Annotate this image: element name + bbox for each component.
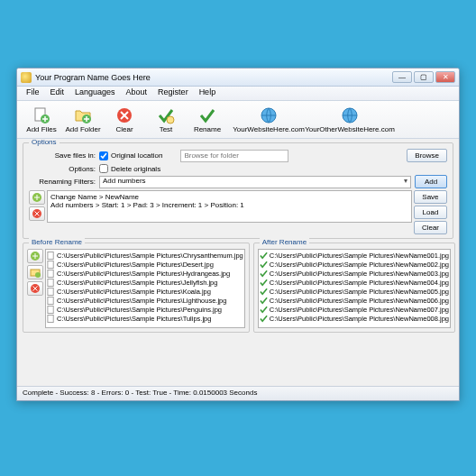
menu-register[interactable]: Register xyxy=(152,87,194,100)
maximize-button[interactable]: ▢ xyxy=(414,71,434,83)
list-item[interactable]: C:\Users\Public\Pictures\Sample Pictures… xyxy=(47,260,243,269)
menu-edit[interactable]: Edit xyxy=(45,87,70,100)
menu-about[interactable]: About xyxy=(121,87,153,100)
list-item[interactable]: C:\Users\Public\Pictures\Sample Pictures… xyxy=(260,260,449,269)
check-icon xyxy=(260,315,268,323)
file-icon xyxy=(47,315,55,323)
before-add-button[interactable] xyxy=(27,249,43,263)
list-item[interactable]: C:\Users\Public\Pictures\Sample Pictures… xyxy=(47,269,243,278)
clear-icon xyxy=(115,106,133,124)
browse-button[interactable]: Browse xyxy=(407,149,447,162)
svg-rect-17 xyxy=(48,288,53,295)
options-group: Options Save files in: Original location… xyxy=(23,142,453,239)
renaming-filters-label: Renaming Filters: xyxy=(29,178,99,186)
svg-rect-13 xyxy=(48,252,53,259)
add-files-icon xyxy=(32,106,50,124)
list-item[interactable]: C:\Users\Public\Pictures\Sample Pictures… xyxy=(260,278,449,287)
list-item[interactable]: C:\Users\Public\Pictures\Sample Pictures… xyxy=(260,314,449,323)
list-item[interactable]: C:\Users\Public\Pictures\Sample Pictures… xyxy=(47,251,243,260)
after-list[interactable]: C:\Users\Public\Pictures\Sample Pictures… xyxy=(258,249,451,328)
status-text: Complete - Success: 8 - Errors: 0 - Test… xyxy=(23,389,257,397)
menubar: File Edit Languages About Register Help xyxy=(17,87,459,101)
add-filter-button[interactable]: Add xyxy=(415,175,447,188)
before-rename-pane: Before Rename C:\Users\Public\Pictures\S… xyxy=(23,243,250,333)
before-title: Before Rename xyxy=(29,238,85,246)
window-title: Your Program Name Goes Here xyxy=(35,73,392,82)
add-folder-button[interactable]: Add Folder xyxy=(62,103,104,136)
plus-icon xyxy=(32,192,42,203)
test-button[interactable]: Test xyxy=(145,103,187,136)
minimize-button[interactable]: — xyxy=(392,71,412,83)
before-add-folder-button[interactable] xyxy=(27,265,43,279)
add-files-button[interactable]: Add Files xyxy=(21,103,62,136)
check-icon xyxy=(260,306,268,314)
app-window: Your Program Name Goes Here — ▢ ✕ File E… xyxy=(16,68,460,401)
rename-icon xyxy=(198,106,216,124)
titlebar[interactable]: Your Program Name Goes Here — ▢ ✕ xyxy=(17,69,459,87)
app-icon xyxy=(21,72,32,83)
filter-select[interactable]: Add numbers xyxy=(99,176,411,188)
original-location-checkbox[interactable] xyxy=(99,151,108,160)
delete-originals-checkbox[interactable] xyxy=(99,164,108,173)
svg-rect-15 xyxy=(48,270,53,277)
file-icon xyxy=(47,279,55,287)
plus-icon xyxy=(30,251,41,261)
file-icon xyxy=(47,261,55,269)
svg-rect-14 xyxy=(48,261,53,268)
filter-remove-button[interactable] xyxy=(29,206,45,221)
original-location-label: Original location xyxy=(111,151,162,160)
globe-icon xyxy=(260,106,278,124)
file-icon xyxy=(47,270,55,278)
list-item[interactable]: C:\Users\Public\Pictures\Sample Pictures… xyxy=(260,269,449,278)
clear-filters-button[interactable]: Clear xyxy=(414,221,447,234)
list-item[interactable]: C:\Users\Public\Pictures\Sample Pictures… xyxy=(260,251,449,260)
filter-list[interactable]: Change Name > NewName Add numbers > Star… xyxy=(47,190,412,223)
list-item[interactable]: C:\Users\Public\Pictures\Sample Pictures… xyxy=(260,287,449,296)
filter-add-button[interactable] xyxy=(29,190,45,205)
list-item[interactable]: C:\Users\Public\Pictures\Sample Pictures… xyxy=(47,278,243,287)
close-button[interactable]: ✕ xyxy=(435,71,455,83)
check-icon xyxy=(260,297,268,305)
list-item[interactable]: C:\Users\Public\Pictures\Sample Pictures… xyxy=(47,296,243,305)
website1-button[interactable]: YourWebsiteHere.com xyxy=(228,103,309,136)
browse-folder-field[interactable] xyxy=(180,150,288,162)
check-icon xyxy=(260,261,268,269)
globe-icon xyxy=(341,106,359,124)
file-icon xyxy=(47,252,55,260)
list-item[interactable]: C:\Users\Public\Pictures\Sample Pictures… xyxy=(260,296,449,305)
before-list[interactable]: C:\Users\Public\Pictures\Sample Pictures… xyxy=(45,249,245,328)
check-icon xyxy=(260,279,268,287)
delete-originals-label: Delete originals xyxy=(111,165,160,173)
menu-file[interactable]: File xyxy=(21,87,45,100)
clear-button[interactable]: Clear xyxy=(104,103,145,136)
check-icon xyxy=(260,288,268,296)
menu-languages[interactable]: Languages xyxy=(69,87,121,100)
before-remove-button[interactable] xyxy=(27,281,43,296)
filter-line[interactable]: Add numbers > Start: 1 > Pad: 3 > Increm… xyxy=(50,201,408,209)
list-item[interactable]: C:\Users\Public\Pictures\Sample Pictures… xyxy=(47,305,243,314)
list-item[interactable]: C:\Users\Public\Pictures\Sample Pictures… xyxy=(260,305,449,314)
check-icon xyxy=(260,252,268,260)
load-filters-button[interactable]: Load xyxy=(414,206,447,219)
after-title: After Rename xyxy=(260,238,309,246)
svg-rect-20 xyxy=(48,315,53,322)
x-icon xyxy=(32,208,42,219)
save-filters-button[interactable]: Save xyxy=(414,190,447,204)
file-icon xyxy=(47,306,55,314)
list-item[interactable]: C:\Users\Public\Pictures\Sample Pictures… xyxy=(47,287,243,296)
file-icon xyxy=(47,297,55,305)
toolbar: Add Files Add Folder Clear Test Rename Y… xyxy=(17,101,459,139)
x-icon xyxy=(30,283,41,294)
svg-point-4 xyxy=(167,116,174,124)
svg-rect-19 xyxy=(48,306,53,313)
list-item[interactable]: C:\Users\Public\Pictures\Sample Pictures… xyxy=(47,314,243,323)
filter-line[interactable]: Change Name > NewName xyxy=(50,193,408,201)
website2-button[interactable]: YourOtherWebsiteHere.com xyxy=(309,103,390,136)
file-icon xyxy=(47,288,55,296)
check-icon xyxy=(260,270,268,278)
after-rename-pane: After Rename C:\Users\Public\Pictures\Sa… xyxy=(253,243,455,333)
options-title: Options xyxy=(29,139,60,146)
rename-button[interactable]: Rename xyxy=(187,103,228,136)
add-folder-icon xyxy=(74,106,92,124)
menu-help[interactable]: Help xyxy=(194,87,222,100)
